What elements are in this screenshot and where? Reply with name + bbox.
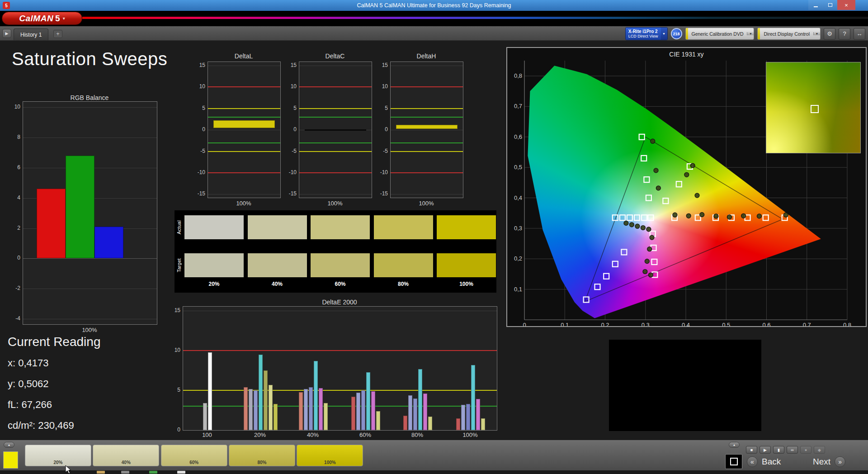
deltae-bar [254, 390, 258, 430]
display-control-button[interactable]: Direct Display Control ▼ [757, 28, 821, 40]
back-button[interactable]: « Back [747, 456, 781, 467]
reference-line [391, 117, 463, 118]
chevron-down-icon: ▾ [63, 16, 65, 21]
transport-button[interactable]: ∞ [787, 446, 798, 454]
deltah-plot: 151050-5-10-15 [390, 62, 463, 198]
y-tick-label: 4 [5, 194, 20, 201]
meter-line2: LCD Direct View [628, 34, 658, 38]
taskbar-icon[interactable] [97, 471, 105, 474]
deltae-bar [356, 393, 360, 430]
deltae-bar [244, 387, 248, 430]
reference-line [391, 172, 463, 173]
expand-button[interactable]: ↔ [854, 28, 865, 40]
inset-marker [811, 105, 819, 113]
help-button[interactable]: ? [839, 28, 850, 40]
window-title: CalMAN 5 CalMAN Ultimate for Business 92… [0, 0, 868, 11]
deltac-chart: DeltaC 151050-5-10-15 100% [299, 52, 371, 209]
patch-button-label: 80% [229, 460, 295, 465]
y-tick-label: 5 [165, 387, 180, 393]
pattern-window-button[interactable] [725, 454, 742, 469]
taskbar-icon[interactable] [149, 471, 157, 474]
logo-bar: CalMAN 5 ▾ [0, 11, 868, 26]
gridline [391, 130, 463, 130]
logo-brand: CalMAN [19, 14, 53, 24]
transport-button[interactable]: ■ [746, 446, 757, 454]
deltae-category-label: 100 [193, 431, 221, 438]
nav-toggle-button[interactable]: ▶ [2, 29, 11, 38]
reference-line [391, 86, 463, 87]
calman-logo-menu[interactable]: CalMAN 5 ▾ [2, 12, 82, 25]
transport-button[interactable]: ◆ [814, 446, 825, 454]
svg-text:0,7: 0,7 [803, 322, 811, 326]
pattern-preview-inset [766, 62, 861, 153]
maximize-button[interactable] [823, 0, 837, 10]
svg-text:0: 0 [523, 322, 526, 326]
deltae-bar [471, 365, 475, 430]
deltaL-bar [213, 120, 275, 128]
transport-button[interactable]: ▶ [760, 446, 771, 454]
next-button[interactable]: Next » [813, 456, 845, 467]
deltae-bar [309, 387, 313, 430]
svg-text:0,8: 0,8 [843, 322, 851, 326]
taskbar-icon[interactable] [121, 471, 129, 474]
reference-line [183, 390, 497, 391]
patch-button-100%[interactable]: 100% [297, 445, 363, 466]
svg-text:0,8: 0,8 [514, 72, 522, 79]
deltae-bar [461, 405, 465, 430]
svg-text:0,5: 0,5 [514, 164, 522, 171]
transport-button[interactable]: ● [800, 446, 811, 454]
deltae-group [244, 355, 278, 430]
taskbar-icon[interactable] [177, 471, 185, 474]
tab-history-1[interactable]: History 1 [14, 28, 48, 40]
add-tab-button[interactable]: + [53, 30, 62, 38]
deltae2000-category-labels: 10020%40%60%80%100% [183, 431, 496, 440]
color-swatch [374, 215, 433, 239]
y-tick-label: 10 [373, 83, 388, 90]
deltae-group [456, 365, 485, 430]
back-chevron-icon: « [747, 456, 758, 467]
y-tick-label: 2 [5, 225, 20, 231]
color-swatch [437, 253, 496, 277]
deltae-bar [466, 404, 470, 430]
y-tick-label: -15 [373, 190, 388, 197]
patch-swatch-row: 20%40%60%80%100% [25, 445, 368, 466]
patch-button-40%[interactable]: 40% [93, 445, 159, 466]
y-tick-label: 15 [281, 62, 297, 68]
deltah-chart: DeltaH 151050-5-10-15 100% [390, 52, 462, 209]
window-titlebar: 5 CalMAN 5 CalMAN Ultimate for Business … [0, 0, 868, 11]
swatch-row-label: Target [175, 253, 183, 277]
chart-title: RGB Balance [23, 94, 156, 101]
scroll-up-button[interactable]: ▴ [4, 442, 14, 448]
y-tick-label: 0 [190, 126, 205, 133]
deltae-category-label: 40% [299, 431, 326, 438]
current-reading-heading: Current Reading [8, 335, 100, 349]
meter-label: X-Rite i1Pro 2 LCD Direct View [626, 28, 661, 40]
svg-text:0,2: 0,2 [514, 255, 522, 262]
x-axis-label: 100% [390, 200, 462, 207]
current-reading: Current Reading x: 0,4173 y: 0,5062 fL: … [8, 335, 100, 441]
source-select-button[interactable]: Generic Calibration DVD ▼ [685, 28, 755, 40]
y-tick-label: -10 [373, 169, 388, 175]
y-tick-label: -5 [190, 148, 205, 154]
minimize-button[interactable] [808, 0, 823, 10]
deltaH-bar [396, 125, 458, 129]
bottom-bar: ▴ 20%40%60%80%100% ▴ ■▶▮∞●◆ « Back Next … [0, 440, 868, 470]
transport-button[interactable]: ▮ [773, 446, 784, 454]
deltae-bar [269, 385, 273, 430]
svg-text:0,1: 0,1 [561, 322, 569, 326]
patch-button-80%[interactable]: 80% [229, 445, 295, 466]
y-tick-label: -5 [373, 148, 388, 154]
scroll-up-button[interactable]: ▴ [729, 442, 740, 448]
patch-button-20%[interactable]: 20% [25, 445, 91, 466]
profile-badge[interactable]: 218 [671, 28, 682, 39]
patch-button-label: 100% [297, 460, 363, 465]
deltae-bar [351, 397, 355, 430]
meter-select-button[interactable]: X-Rite i1Pro 2 LCD Direct View ▼ [625, 27, 668, 40]
settings-gear-button[interactable]: ⚙ [824, 28, 835, 40]
deltae-bar [428, 417, 432, 430]
patch-button-60%[interactable]: 60% [161, 445, 227, 466]
gridline [23, 137, 157, 138]
y-tick-label: -5 [281, 148, 297, 154]
close-button[interactable]: × [837, 0, 855, 10]
swatch-row-label: Actual [175, 215, 183, 239]
